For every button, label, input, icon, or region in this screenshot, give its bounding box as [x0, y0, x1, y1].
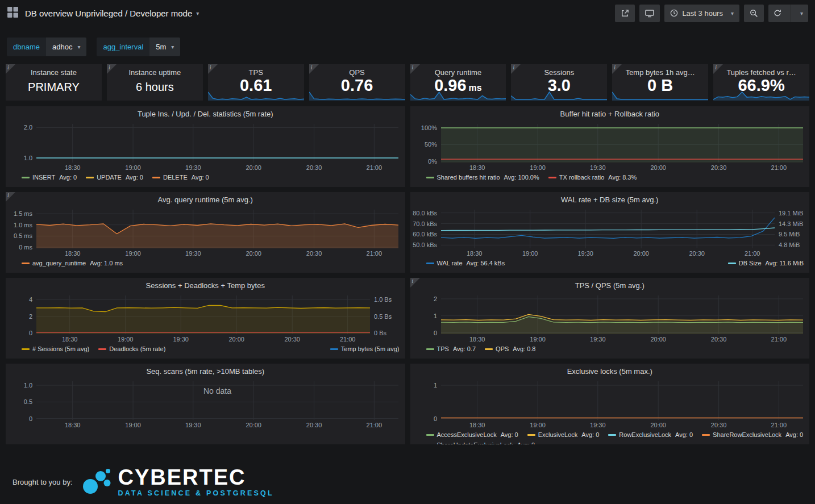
chart-area[interactable]: 0 ms0.5 ms1.0 ms1.5 ms18:3019:0019:3020:…: [8, 207, 403, 258]
zoom-out-button[interactable]: [744, 5, 764, 22]
refresh-button[interactable]: [768, 5, 787, 22]
svg-text:19:00: 19:00: [125, 164, 141, 171]
cybertec-logo-link[interactable]: CYBERTEC DATA SCIENCE & POSTGRESQL: [82, 465, 274, 499]
legend-item[interactable]: ExclusiveLockAvg: 0: [527, 431, 600, 438]
legend-right-group: Temp bytes (5m avg): [330, 345, 400, 352]
legend-item[interactable]: UPDATEAvg: 0: [86, 174, 143, 181]
svg-text:4.8 MiB: 4.8 MiB: [779, 241, 800, 248]
stat-title[interactable]: QPS: [309, 68, 405, 77]
panel-buffer-hit-ratio: i Buffer hit ratio + Rollback ratio 0%50…: [410, 106, 810, 187]
info-icon[interactable]: i: [208, 64, 218, 74]
time-range-label: Last 3 hours: [682, 9, 723, 18]
share-button[interactable]: [615, 5, 635, 22]
panel-title[interactable]: Avg. query runtime (5m avg.): [6, 192, 405, 207]
chart-canvas: 1.02.018:3019:0019:3020:0020:3021:00: [8, 121, 403, 172]
chart-legend: # Sessions (5m avg)Deadlocks (5m rate)Te…: [22, 345, 400, 352]
legend-item[interactable]: ShareUpdateExclusiveLockAvg: 0: [426, 441, 535, 444]
legend-item[interactable]: TPSAvg: 0.7: [426, 345, 476, 352]
legend-item[interactable]: # Sessions (5m avg): [22, 345, 89, 352]
legend-item[interactable]: DELETEAvg: 0: [152, 174, 209, 181]
chart-area[interactable]: 00.51.018:3019:0019:3020:0020:3021:00No …: [8, 378, 403, 430]
info-icon[interactable]: i: [511, 64, 521, 74]
legend-label: Shared buffers hit ratio: [437, 174, 500, 181]
svg-text:19:30: 19:30: [185, 422, 201, 428]
svg-text:0: 0: [29, 330, 32, 336]
legend-item[interactable]: WAL rateAvg: 56.4 kBs: [426, 260, 505, 266]
svg-text:0: 0: [433, 330, 436, 336]
stat-title[interactable]: Instance uptime: [107, 68, 203, 77]
svg-text:0 ms: 0 ms: [19, 244, 32, 251]
variable-label: dbname: [7, 38, 46, 56]
svg-text:1.0: 1.0: [24, 382, 32, 389]
panel-title[interactable]: TPS / QPS (5m avg.): [410, 278, 810, 293]
variable-value: adhoc: [52, 43, 72, 51]
info-icon[interactable]: i: [107, 64, 117, 74]
svg-text:19:30: 19:30: [590, 164, 606, 171]
legend-item[interactable]: Temp bytes (5m avg): [330, 345, 400, 352]
stat-title[interactable]: Query runtime: [410, 68, 506, 77]
info-icon[interactable]: i: [6, 64, 15, 74]
chart-canvas: 50.0 kBs60.0 kBs70.0 kBs80.0 kBs4.8 MiB9…: [413, 207, 808, 258]
chart-area[interactable]: 50.0 kBs60.0 kBs70.0 kBs80.0 kBs4.8 MiB9…: [413, 207, 808, 258]
panel-title[interactable]: Exclusive locks (5m max.): [410, 364, 810, 378]
chart-canvas: 01218:3019:0019:3020:0020:3021:00: [413, 293, 808, 344]
brand-tagline: DATA SCIENCE & POSTGRESQL: [118, 489, 274, 497]
legend-label: ExclusiveLock: [538, 431, 578, 438]
info-icon[interactable]: i: [6, 192, 15, 202]
panel-title[interactable]: Buffer hit ratio + Rollback ratio: [410, 106, 810, 121]
svg-text:20:00: 20:00: [246, 422, 261, 428]
refresh-interval-caret[interactable]: ▾: [791, 5, 808, 22]
stat-title[interactable]: TPS: [208, 68, 304, 77]
legend-value: Avg: 0: [517, 441, 535, 444]
svg-text:19:00: 19:00: [125, 250, 141, 257]
info-icon[interactable]: i: [410, 64, 420, 74]
dashboard-title[interactable]: DB overview Unprivileged / Developer mod…: [25, 9, 192, 18]
legend-item[interactable]: Deadlocks (5m rate): [98, 345, 165, 352]
chevron-down-icon: ▾: [731, 10, 734, 16]
chart-area[interactable]: 0118:3019:0019:3020:0020:3021:00: [413, 378, 808, 430]
legend-item[interactable]: AccessExclusiveLockAvg: 0: [426, 431, 518, 438]
legend-item[interactable]: RowExclusiveLockAvg: 0: [608, 431, 693, 438]
stat-title[interactable]: Temp bytes 1h avg…: [612, 68, 708, 77]
legend-swatch: [426, 177, 434, 178]
stat-title[interactable]: Instance state: [6, 68, 102, 77]
legend-item[interactable]: INSERTAvg: 0: [22, 174, 77, 181]
legend-item[interactable]: QPSAvg: 0.8: [485, 345, 535, 352]
info-icon[interactable]: i: [309, 64, 319, 74]
panel-title[interactable]: WAL rate + DB size (5m avg.): [410, 192, 810, 207]
panel-title[interactable]: Sessions + Deadlocks + Temp bytes: [6, 278, 405, 293]
time-range-picker[interactable]: Last 3 hours ▾: [664, 5, 739, 22]
info-icon[interactable]: i: [612, 64, 622, 74]
panel-title[interactable]: Tuple Ins. / Upd. / Del. statistics (5m …: [6, 106, 405, 121]
legend-item[interactable]: ShareRowExclusiveLockAvg: 0: [702, 431, 803, 438]
stat-panel-tps: i TPS 0.61: [208, 64, 304, 101]
chart-area[interactable]: 0%50%100%18:3019:0019:3020:0020:3021:00: [413, 121, 808, 172]
legend-label: TPS: [437, 345, 449, 352]
stat-value: 6 hours: [107, 80, 203, 94]
svg-text:19:30: 19:30: [577, 250, 593, 257]
svg-text:60.0 kBs: 60.0 kBs: [413, 231, 437, 238]
svg-text:19:00: 19:00: [530, 164, 546, 171]
legend-item[interactable]: TX rollback ratioAvg: 8.3%: [548, 174, 637, 181]
variable-agg-interval-dropdown[interactable]: 5m ▾: [149, 38, 180, 56]
legend-item[interactable]: DB SizeAvg: 11.6 MiB: [728, 260, 804, 266]
chart-area[interactable]: 0240 Bs0.5 Bs1.0 Bs18:3019:0019:3020:002…: [8, 293, 403, 344]
legend-swatch: [22, 348, 30, 350]
refresh-icon: [774, 9, 781, 17]
chevron-down-icon[interactable]: ▾: [196, 10, 199, 16]
legend-item[interactable]: avg_query_runtimeAvg: 1.0 ms: [22, 260, 123, 266]
legend-label: ShareRowExclusiveLock: [713, 431, 781, 438]
chart-area[interactable]: 1.02.018:3019:0019:3020:0020:3021:00: [8, 121, 403, 172]
legend-item[interactable]: Shared buffers hit ratioAvg: 100.0%: [426, 174, 539, 181]
panel-title[interactable]: Seq. scans (5m rate, >10MB tables): [6, 364, 405, 378]
info-icon[interactable]: i: [713, 64, 723, 74]
chart-area[interactable]: 01218:3019:0019:3020:0020:3021:00: [413, 293, 808, 344]
dashboards-grid-icon[interactable]: [7, 6, 19, 20]
legend-label: ShareUpdateExclusiveLock: [437, 441, 514, 444]
info-icon[interactable]: i: [410, 278, 420, 288]
variable-dbname-dropdown[interactable]: adhoc ▾: [46, 38, 86, 56]
svg-text:2.0: 2.0: [24, 124, 32, 131]
stat-title[interactable]: Tuples fetched vs r…: [713, 68, 809, 77]
tv-mode-button[interactable]: [639, 5, 660, 22]
stat-title[interactable]: Sessions: [511, 68, 607, 77]
